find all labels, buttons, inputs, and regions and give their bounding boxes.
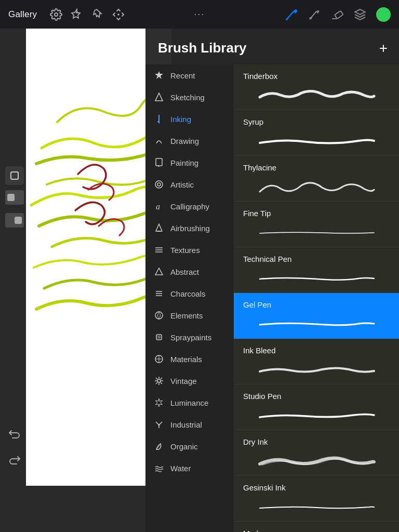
add-brush-button[interactable]: + <box>379 41 388 56</box>
category-label-recent: Recent <box>170 71 195 80</box>
gallery-button[interactable]: Gallery <box>8 9 37 20</box>
svg-rect-7 <box>156 158 162 166</box>
svg-text:a: a <box>156 202 160 211</box>
category-item-sketching[interactable]: Sketching <box>145 86 234 108</box>
settings-icon[interactable] <box>49 8 63 21</box>
category-icon-calligraphy: a <box>154 201 164 211</box>
svg-line-30 <box>156 378 157 379</box>
svg-point-25 <box>157 379 161 382</box>
brush-name-dry-ink: Dry Ink <box>243 437 391 446</box>
color-picker-button[interactable] <box>376 7 391 22</box>
category-icon-drawing <box>154 136 164 146</box>
category-item-abstract[interactable]: Abstract <box>145 261 234 283</box>
category-icon-artistic <box>154 179 164 190</box>
eraser-tool-icon[interactable] <box>330 8 344 21</box>
brush-item-gel-pen[interactable]: Gel Pen <box>234 293 399 339</box>
brush-item-dry-ink[interactable]: Dry Ink <box>234 430 399 476</box>
brush-item-ink-bleed[interactable]: Ink Bleed <box>234 339 399 384</box>
category-item-water[interactable]: Water <box>145 457 234 479</box>
category-label-artistic: Artistic <box>170 180 194 189</box>
svg-point-9 <box>155 181 163 188</box>
brush-item-marker[interactable]: Marker <box>234 522 399 532</box>
category-label-industrial: Industrial <box>170 420 202 429</box>
brush-item-syrup[interactable]: Syrup <box>234 110 399 156</box>
category-item-artistic[interactable]: Artistic <box>145 174 234 195</box>
brush-preview-tinderbox <box>243 85 391 105</box>
brush-name-syrup: Syrup <box>243 117 391 126</box>
category-item-textures[interactable]: Textures <box>145 239 234 261</box>
category-label-sketching: Sketching <box>170 93 205 102</box>
category-item-recent[interactable]: Recent <box>145 64 234 86</box>
svg-marker-12 <box>156 224 162 231</box>
categories-panel: RecentSketchingInkingDrawingPaintingArti… <box>145 64 234 532</box>
category-icon-luminance <box>154 397 164 408</box>
brush-item-thylacine[interactable]: Thylacine <box>234 156 399 202</box>
opacity-slider[interactable] <box>5 190 24 205</box>
svg-point-35 <box>158 424 160 426</box>
category-icon-materials <box>154 354 164 364</box>
svg-marker-34 <box>155 398 162 407</box>
brush-name-thylacine: Thylacine <box>243 163 391 172</box>
brush-name-marker: Marker <box>243 529 391 532</box>
category-item-charcoals[interactable]: Charcoals <box>145 283 234 304</box>
brush-library-header: Brush Library + <box>145 29 399 64</box>
category-item-inking[interactable]: Inking <box>145 108 234 130</box>
brush-name-tinderbox: Tinderbox <box>243 72 391 81</box>
category-item-organic[interactable]: Organic <box>145 435 234 457</box>
brush-item-studio-pen[interactable]: Studio Pen <box>234 384 399 430</box>
redo-button[interactable] <box>5 451 24 470</box>
svg-point-1 <box>286 18 288 20</box>
brush-name-gesinski-ink: Gesinski Ink <box>243 483 391 492</box>
svg-point-10 <box>157 183 161 186</box>
brush-preview-gel-pen <box>243 313 391 334</box>
brush-item-technical-pen[interactable]: Technical Pen <box>234 247 399 293</box>
toolbar-icons-left <box>49 8 125 21</box>
size-slider[interactable] <box>5 213 24 228</box>
category-item-spraypaints[interactable]: Spraypaints <box>145 326 234 348</box>
category-label-abstract: Abstract <box>170 268 199 276</box>
brush-item-gesinski-ink[interactable]: Gesinski Ink <box>234 476 399 522</box>
brush-name-studio-pen: Studio Pen <box>243 392 391 401</box>
layers-icon[interactable] <box>353 8 367 21</box>
category-label-vintage: Vintage <box>170 377 197 385</box>
undo-button[interactable] <box>5 425 24 444</box>
more-options-button[interactable]: ··· <box>194 9 205 19</box>
brush-library-panel: Brush Library + RecentSketchingInkingDra… <box>145 29 399 532</box>
category-icon-sketching <box>154 92 164 102</box>
category-item-elements[interactable]: Elements <box>145 304 234 326</box>
svg-point-0 <box>76 11 78 14</box>
category-item-drawing[interactable]: Drawing <box>145 130 234 152</box>
modify-icon[interactable] <box>70 8 84 21</box>
brush-item-fine-tip[interactable]: Fine Tip <box>234 202 399 247</box>
category-item-calligraphy[interactable]: aCalligraphy <box>145 195 234 217</box>
category-icon-water <box>154 463 164 473</box>
category-icon-vintage <box>154 376 164 386</box>
smudge-tool-icon[interactable] <box>308 8 321 21</box>
category-label-airbrushing: Airbrushing <box>170 224 210 233</box>
svg-marker-5 <box>155 71 163 79</box>
category-item-luminance[interactable]: Luminance <box>145 392 234 414</box>
canvas-square-button[interactable] <box>5 166 24 185</box>
brush-item-tinderbox[interactable]: Tinderbox <box>234 64 399 110</box>
brush-tool-icon[interactable] <box>285 8 298 21</box>
svg-rect-3 <box>335 10 343 18</box>
category-label-spraypaints: Spraypaints <box>170 333 211 342</box>
category-item-industrial[interactable]: Industrial <box>145 414 234 435</box>
category-icon-elements <box>154 310 164 321</box>
category-item-airbrushing[interactable]: Airbrushing <box>145 217 234 239</box>
category-item-vintage[interactable]: Vintage <box>145 370 234 392</box>
transform-icon[interactable] <box>112 8 125 21</box>
category-label-materials: Materials <box>170 355 202 364</box>
category-label-calligraphy: Calligraphy <box>170 202 209 211</box>
category-item-materials[interactable]: Materials <box>145 348 234 370</box>
category-icon-airbrushing <box>154 223 164 233</box>
category-item-painting[interactable]: Painting <box>145 152 234 174</box>
toolbar-right <box>285 7 391 22</box>
selection-icon[interactable] <box>91 8 104 21</box>
brush-name-technical-pen: Technical Pen <box>243 255 391 263</box>
category-label-water: Water <box>170 464 191 473</box>
category-icon-spraypaints <box>154 332 164 342</box>
brush-library-content: RecentSketchingInkingDrawingPaintingArti… <box>145 64 399 532</box>
category-label-charcoals: Charcoals <box>170 289 206 298</box>
category-icon-textures <box>154 245 164 255</box>
